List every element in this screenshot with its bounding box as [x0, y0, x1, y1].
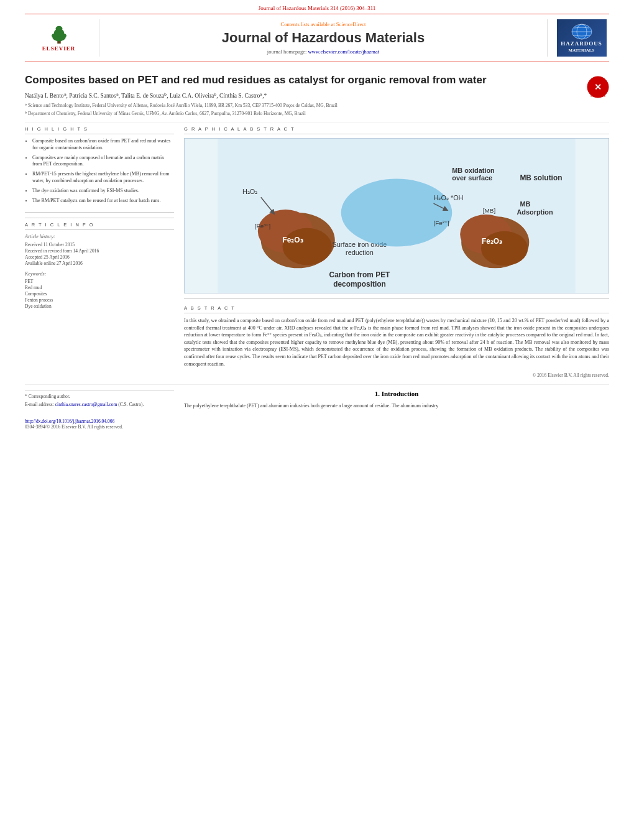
- article-info-label: A R T I C L E I N F O: [25, 222, 174, 230]
- svg-text:MB oxidation: MB oxidation: [452, 167, 494, 174]
- highlight-item: Composites are mainly composed of hemati…: [32, 155, 174, 168]
- journal-header: ELSEVIER Contents lists available at Sci…: [25, 14, 609, 62]
- keyword-red-mud: Red mud: [25, 285, 174, 290]
- elsevier-label: ELSEVIER: [42, 45, 76, 52]
- highlights-label: H I G H L I G H T S: [25, 126, 174, 134]
- keywords-label: Keywords:: [25, 271, 174, 277]
- email-label: E-mail address:: [25, 402, 54, 407]
- svg-text:reduction: reduction: [346, 249, 374, 257]
- bottom-section: * Corresponding author. E-mail address: …: [25, 384, 609, 429]
- svg-point-16: [282, 228, 331, 265]
- email-block: E-mail address: cinthia.snares.castro@gm…: [25, 402, 174, 408]
- svg-text:[Fe²⁺]: [Fe²⁺]: [434, 219, 450, 226]
- hazardous-materials-badge: HAZARDOUS MATERIALS: [547, 19, 609, 57]
- journal-homepage: journal homepage: www.elsevier.com/locat…: [267, 48, 379, 55]
- svg-text:H₂O₂  *OH: H₂O₂ *OH: [434, 194, 464, 201]
- crossmark-icon: ✕ CrossMark: [587, 76, 609, 98]
- highlight-item: The dye oxidation was confirmed by ESI-M…: [32, 188, 174, 195]
- copyright-text: © 2016 Elsevier B.V. All rights reserved…: [184, 372, 609, 378]
- svg-text:[MB]: [MB]: [483, 207, 496, 214]
- highlights-abstract-row: H I G H L I G H T S Composite based on c…: [25, 126, 609, 378]
- highlight-item: Composite based on carbon/iron oxide fro…: [32, 138, 174, 152]
- svg-text:H₂O₂: H₂O₂: [242, 188, 257, 195]
- svg-text:✕: ✕: [594, 82, 602, 92]
- abstract-text: In this study, we obtained a composite b…: [184, 317, 609, 367]
- badge-globe-icon: [571, 23, 593, 40]
- journal-homepage-link[interactable]: www.elsevier.com/locate/jhazmat: [308, 48, 379, 55]
- introduction-block: 1. Introduction The polyethylene terepht…: [184, 390, 609, 429]
- journal-reference-bar: Journal of Hazardous Materials 314 (2016…: [25, 0, 609, 14]
- svg-text:CrossMark: CrossMark: [590, 94, 606, 98]
- email-person: (C.S. Castro).: [118, 402, 144, 407]
- email-link[interactable]: cinthia.snares.castro@gmail.com: [55, 402, 117, 407]
- elsevier-logo-block: ELSEVIER: [25, 19, 99, 57]
- left-column: H I G H L I G H T S Composite based on c…: [25, 126, 174, 378]
- svg-point-21: [341, 179, 453, 247]
- keyword-fenton: Fenton process: [25, 297, 174, 303]
- svg-text:Fe₂O₃: Fe₂O₃: [482, 237, 502, 246]
- svg-text:Fe₂O₃: Fe₂O₃: [282, 236, 303, 244]
- authors: Natálya I. Bentoᵃ, Patrícia S.C. Santosᵃ…: [25, 92, 578, 99]
- keyword-pet: PET: [25, 279, 174, 284]
- graphical-abstract-label: G R A P H I C A L A B S T R A C T: [184, 126, 609, 134]
- sciencedirect-label: Contents lists available at ScienceDirec…: [281, 21, 366, 27]
- introduction-title: 1. Introduction: [184, 390, 609, 397]
- keyword-dye: Dye oxidation: [25, 303, 174, 309]
- badge-subtitle: MATERIALS: [569, 48, 595, 53]
- article-info-section: A R T I C L E I N F O Article history: R…: [25, 218, 174, 309]
- badge-title: HAZARDOUS: [561, 40, 602, 47]
- journal-title: Journal of Hazardous Materials: [222, 30, 425, 46]
- graphical-abstract-svg: H₂O₂ Fe₂O₃ [Fe³⁺] Surface iron oxide red…: [185, 139, 609, 293]
- accepted-date: Accepted 25 April 2016: [25, 254, 174, 260]
- received-date: Received 11 October 2015: [25, 242, 174, 247]
- graphical-abstract-image: H₂O₂ Fe₂O₃ [Fe³⁺] Surface iron oxide red…: [184, 138, 609, 293]
- svg-point-4: [52, 34, 57, 38]
- svg-text:Carbon from PET: Carbon from PET: [329, 270, 391, 279]
- introduction-text: The polyethylene terephthalate (PET) and…: [184, 402, 609, 410]
- svg-text:MB: MB: [520, 200, 530, 208]
- svg-text:Adsorption: Adsorption: [517, 208, 553, 216]
- received-revised-date: Received in revised form 14 April 2016: [25, 248, 174, 254]
- article-header-section: Composites based on PET and red mud resi…: [25, 66, 609, 122]
- journal-title-block: Contents lists available at ScienceDirec…: [99, 19, 547, 57]
- abstract-section: A B S T R A C T In this study, we obtain…: [184, 305, 609, 378]
- right-column: G R A P H I C A L A B S T R A C T H₂O₂: [184, 126, 609, 378]
- issn-text: 0304-3894/© 2016 Elsevier B.V. All right…: [25, 424, 174, 430]
- corresponding-author: * Corresponding author.: [25, 394, 174, 400]
- svg-point-3: [55, 26, 62, 32]
- authors-text: Natálya I. Bentoᵃ, Patrícia S.C. Santosᵃ…: [25, 93, 267, 99]
- highlight-item: The RM/PET catalysts can be reused for a…: [32, 198, 174, 205]
- affiliations: ᵃ Science and Technology Institute, Fede…: [25, 103, 578, 117]
- svg-text:over surface: over surface: [452, 175, 492, 182]
- affiliation-a: ᵃ Science and Technology Institute, Fede…: [25, 103, 578, 109]
- article-title: Composites based on PET and red mud resi…: [25, 73, 578, 87]
- affiliation-b: ᵇ Department of Chemistry, Federal Unive…: [25, 111, 578, 118]
- elsevier-tree-icon: [40, 24, 78, 44]
- highlights-section: H I G H L I G H T S Composite based on c…: [25, 126, 174, 213]
- journal-reference-text: Journal of Hazardous Materials 314 (2016…: [259, 5, 376, 11]
- available-date: Available online 27 April 2016: [25, 261, 174, 266]
- doi-link[interactable]: http://dx.doi.org/10.1016/j.jhazmat.2016…: [25, 418, 114, 424]
- footnotes-block: * Corresponding author. E-mail address: …: [25, 390, 174, 429]
- svg-text:[Fe³⁺]: [Fe³⁺]: [255, 223, 271, 229]
- abstract-label: A B S T R A C T: [184, 305, 609, 313]
- svg-text:MB solution: MB solution: [520, 174, 562, 183]
- svg-point-5: [60, 34, 66, 38]
- crossmark-block: ✕ CrossMark: [578, 73, 609, 98]
- svg-text:decomposition: decomposition: [333, 280, 386, 288]
- history-label: Article history:: [25, 234, 174, 239]
- keyword-composites: Composites: [25, 291, 174, 297]
- highlights-list: Composite based on carbon/iron oxide fro…: [25, 138, 174, 204]
- highlight-item: RM/PET-15 presents the highest methylene…: [32, 171, 174, 185]
